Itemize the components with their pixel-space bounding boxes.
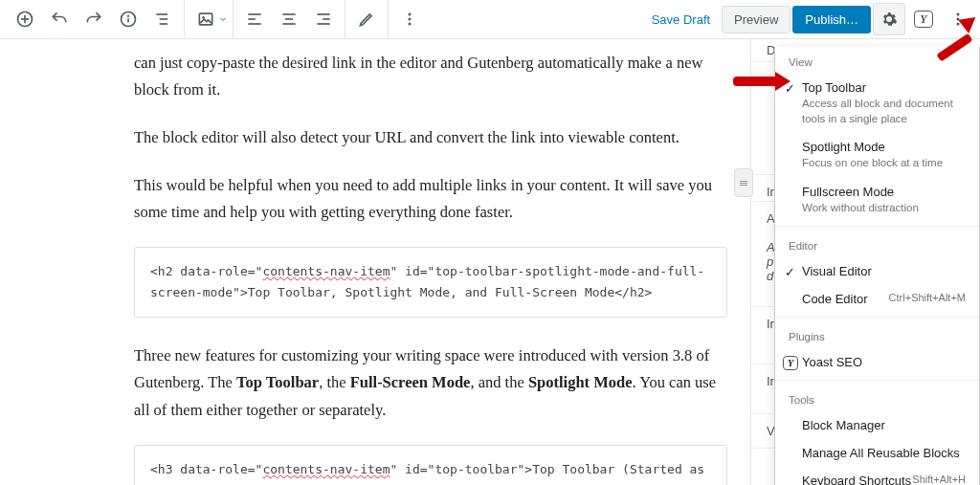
check-icon: ✓ (785, 265, 795, 279)
pencil-icon (357, 10, 376, 29)
undo-button[interactable] (42, 2, 77, 36)
paragraph-block[interactable]: The block editor will also detect your U… (134, 124, 727, 151)
more-menu-button[interactable] (942, 3, 974, 35)
top-toolbar: Save Draft Preview Publish… Y (0, 0, 980, 39)
svg-rect-18 (323, 18, 330, 20)
svg-point-25 (957, 23, 960, 26)
svg-rect-12 (248, 18, 256, 20)
svg-rect-15 (285, 18, 293, 20)
menu-item-keyboard-shortcuts[interactable]: Shift+Alt+H Keyboard Shortcuts (775, 467, 979, 485)
menu-item-visual-editor[interactable]: ✓ Visual Editor (775, 257, 979, 285)
outline-button[interactable] (145, 2, 180, 36)
menu-item-spotlight[interactable]: Spotlight Mode Focus on one block at a t… (775, 133, 979, 178)
settings-button[interactable] (873, 3, 905, 35)
redo-button[interactable] (77, 2, 111, 36)
menu-section-tools: Tools (775, 385, 979, 411)
toolbar-right: Save Draft Preview Publish… Y (642, 3, 974, 35)
block-more-button[interactable] (392, 2, 427, 36)
align-left-button[interactable] (237, 2, 272, 36)
svg-point-21 (409, 18, 412, 21)
paragraph-block[interactable]: Three new features for customizing your … (134, 342, 727, 423)
paragraph-block[interactable]: can just copy-paste the desired link in … (134, 50, 727, 103)
svg-point-24 (957, 18, 960, 21)
info-button[interactable] (111, 2, 145, 36)
svg-point-5 (128, 15, 129, 16)
more-options-menu: View ✓ Top Toolbar Access all block and … (774, 47, 980, 485)
shortcut-label: Shift+Alt+H (912, 474, 966, 485)
check-icon: ✓ (785, 81, 795, 96)
add-block-button[interactable] (8, 2, 42, 36)
align-center-button[interactable] (272, 2, 306, 36)
svg-rect-7 (160, 18, 167, 20)
html-block[interactable]: <h2 data-role="contents-nav-item" id="to… (134, 247, 727, 318)
svg-rect-6 (156, 13, 167, 15)
preview-button[interactable]: Preview (722, 6, 791, 33)
scroll-handle[interactable] (734, 168, 753, 197)
editor-content[interactable]: can just copy-paste the desired link in … (134, 50, 727, 485)
shortcut-label: Ctrl+Shift+Alt+M (889, 292, 966, 303)
svg-point-22 (409, 23, 412, 26)
menu-item-code-editor[interactable]: Ctrl+Shift+Alt+M Code Editor (775, 285, 979, 313)
svg-rect-19 (317, 23, 329, 25)
publish-button[interactable]: Publish… (792, 6, 871, 33)
svg-rect-14 (282, 13, 295, 15)
svg-rect-11 (248, 13, 260, 15)
svg-rect-17 (317, 13, 329, 15)
menu-section-editor: Editor (775, 231, 979, 257)
svg-point-20 (409, 13, 412, 16)
yoast-icon: Y (783, 355, 798, 370)
html-block[interactable]: <h3 data-role="contents-nav-item" id="to… (134, 445, 727, 485)
menu-section-plugins: Plugins (775, 321, 979, 348)
menu-item-yoast[interactable]: Y Yoast SEO (775, 348, 979, 376)
image-icon (196, 10, 215, 29)
align-right-button[interactable] (306, 2, 341, 36)
edit-button[interactable] (349, 2, 384, 36)
yoast-icon: Y (914, 11, 933, 28)
dots-vertical-icon (400, 10, 419, 29)
block-type-dropdown[interactable] (189, 2, 229, 36)
gear-icon (880, 11, 898, 28)
svg-rect-8 (160, 23, 167, 25)
chevron-down-icon (217, 10, 229, 29)
svg-point-23 (957, 13, 960, 16)
menu-section-view: View (775, 47, 979, 74)
menu-item-block-manager[interactable]: Block Manager (775, 411, 979, 439)
paragraph-block[interactable]: This would be helpful when you need to a… (134, 172, 727, 226)
menu-item-top-toolbar[interactable]: ✓ Top Toolbar Access all block and docum… (775, 74, 979, 133)
menu-item-reusable-blocks[interactable]: Manage All Reusable Blocks (775, 439, 979, 467)
dots-vertical-icon (948, 10, 968, 29)
yoast-button[interactable]: Y (907, 3, 940, 35)
svg-rect-16 (282, 23, 295, 25)
menu-item-fullscreen[interactable]: Fullscreen Mode Work without distraction (775, 178, 979, 223)
toolbar-left (4, 0, 431, 38)
svg-rect-13 (248, 23, 260, 25)
save-draft-button[interactable]: Save Draft (642, 5, 720, 34)
